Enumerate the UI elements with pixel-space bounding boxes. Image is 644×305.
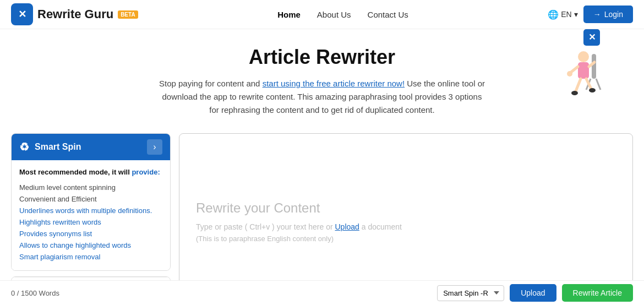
logo-area: ✕ Rewrite Guru BETA: [11, 3, 138, 25]
nav-home[interactable]: Home: [277, 10, 301, 19]
feature-item: Convenient and Efficient: [19, 193, 162, 205]
smart-spin-title: Smart Spin: [35, 142, 81, 152]
smart-spin-icon: ♻: [19, 140, 29, 154]
nav-contact[interactable]: Contact Us: [368, 10, 408, 19]
svg-point-10: [589, 88, 596, 92]
svg-point-13: [567, 71, 572, 77]
chevron-down-icon: ▾: [574, 10, 578, 19]
editor-placeholder-sub: Type or paste ( Ctrl+v ) your text here …: [196, 222, 616, 231]
hero-description: Stop paying for content and start using …: [157, 77, 487, 117]
svg-line-7: [575, 79, 581, 92]
feature-item: Allows to change highlighted words: [19, 239, 162, 251]
feature-item: Underlines words with multiple definitio…: [19, 205, 162, 216]
smart-spin-body: Most recommended mode, it will provide: …: [12, 160, 170, 270]
header: ✕ Rewrite Guru BETA Home About Us Contac…: [0, 0, 644, 29]
main-content: ♻ Smart Spin › Most recommended mode, it…: [0, 128, 644, 305]
smart-spin-card: ♻ Smart Spin › Most recommended mode, it…: [11, 133, 171, 271]
hero-section: Article Rewriter Stop paying for content…: [0, 29, 644, 128]
feature-item: Highlights rewritten words: [19, 216, 162, 228]
editor-sub-text1: Type or paste ( Ctrl+v ) your text here …: [196, 222, 335, 231]
footer-bar: 0 / 1500 Words Smart Spin -R Smart Spin …: [0, 280, 644, 305]
upload-button[interactable]: Upload: [510, 284, 556, 302]
feature-item: Smart plagiarism removal: [19, 251, 162, 263]
footer-right: Smart Spin -R Smart Spin Ultra Spin Uplo…: [437, 284, 633, 302]
nav-right: 🌐 EN ▾ → Login: [548, 6, 633, 23]
logo-text: Rewrite Guru: [37, 7, 113, 21]
mode-select[interactable]: Smart Spin -R Smart Spin Ultra Spin: [437, 285, 504, 301]
svg-text:✕: ✕: [588, 32, 596, 42]
login-icon: →: [593, 10, 601, 19]
lang-label: EN: [561, 10, 571, 19]
editor-content: Rewrite your Content Type or paste ( Ctr…: [179, 134, 632, 305]
sidebar: ♻ Smart Spin › Most recommended mode, it…: [11, 133, 171, 305]
editor-placeholder-note: (This is to paraphrase English content o…: [196, 235, 616, 243]
lang-selector[interactable]: 🌐 EN ▾: [548, 9, 577, 20]
editor-upload-link[interactable]: Upload: [335, 222, 359, 231]
editor-sub-text2: a document: [362, 222, 402, 231]
smart-spin-intro: Most recommended mode, it will provide:: [19, 168, 162, 176]
svg-point-9: [571, 91, 578, 95]
logo-beta: BETA: [118, 10, 138, 19]
svg-rect-3: [578, 62, 589, 79]
page-title: Article Rewriter: [11, 46, 633, 69]
editor-area: Rewrite your Content Type or paste ( Ctr…: [179, 133, 633, 305]
smart-spin-header: ♻ Smart Spin ›: [12, 134, 170, 160]
feature-item: Provides synonyms list: [19, 228, 162, 239]
rewrite-button[interactable]: Rewrite Article: [562, 284, 633, 302]
svg-point-2: [578, 51, 589, 62]
feature-item: Medium level content spinning: [19, 182, 162, 193]
word-count: 0 / 1500 Words: [11, 289, 59, 297]
smart-spin-features: Medium level content spinning Convenient…: [19, 182, 162, 263]
login-label: Login: [604, 10, 623, 19]
globe-icon: 🌐: [548, 9, 559, 20]
svg-rect-4: [592, 54, 596, 79]
nav-about[interactable]: About Us: [317, 10, 351, 19]
svg-line-6: [596, 79, 601, 90]
smart-spin-expand[interactable]: ›: [147, 139, 162, 155]
logo-icon: ✕: [11, 3, 33, 25]
editor-placeholder-title: Rewrite your Content: [196, 200, 616, 216]
login-button[interactable]: → Login: [583, 6, 633, 23]
hero-illustration: ✕: [550, 29, 616, 101]
nav-links: Home About Us Contact Us: [277, 10, 408, 19]
